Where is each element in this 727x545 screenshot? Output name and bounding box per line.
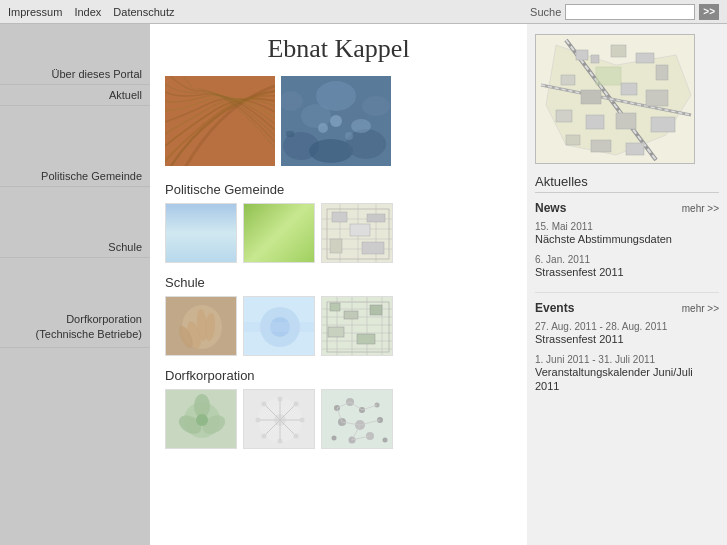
news-item-0: 15. Mai 2011 Nächste Abstimmungsdaten — [535, 221, 719, 246]
search-input[interactable] — [565, 4, 695, 20]
index-link[interactable]: Index — [74, 6, 101, 18]
section-schule: Schule — [165, 275, 512, 356]
section-title-politische-gemeinde: Politische Gemeinde — [165, 182, 512, 197]
svg-rect-55 — [357, 334, 375, 344]
section-dorfkorporation: Dorfkorporation — [165, 368, 512, 449]
svg-rect-52 — [344, 311, 358, 319]
event-text-0[interactable]: Strassenfest 2011 — [535, 332, 719, 346]
svg-rect-110 — [561, 75, 575, 85]
news-text-1[interactable]: Strassenfest 2011 — [535, 265, 719, 279]
svg-point-81 — [294, 434, 299, 439]
impressum-link[interactable]: Impressum — [8, 6, 62, 18]
search-button[interactable]: >> — [699, 4, 719, 20]
svg-rect-114 — [556, 110, 572, 122]
thumb-dorf-1 — [165, 389, 237, 449]
sidebar-item-politische-gemeinde[interactable]: Politische Gemeinde — [0, 166, 150, 187]
svg-rect-38 — [244, 322, 315, 332]
event-item-1: 1. Juni 2011 - 31. Juli 2011 Veranstaltu… — [535, 354, 719, 394]
page-title: Ebnat Kappel — [165, 34, 512, 64]
news-text-0[interactable]: Nächste Abstimmungsdaten — [535, 232, 719, 246]
event-date-1: 1. Juni 2011 - 31. Juli 2011 — [535, 354, 719, 365]
svg-point-9 — [362, 96, 390, 116]
sidebar: Über dieses Portal Aktuell Politische Ge… — [0, 24, 150, 545]
svg-rect-54 — [328, 327, 344, 337]
svg-rect-109 — [656, 65, 668, 80]
news-header: News mehr >> — [535, 201, 719, 215]
map-image — [535, 34, 695, 164]
svg-rect-118 — [566, 135, 580, 145]
section-images-politische-gemeinde — [165, 203, 512, 263]
sidebar-item-aktuell[interactable]: Aktuell — [0, 85, 150, 106]
search-area: Suche >> — [530, 4, 719, 20]
datenschutz-link[interactable]: Datenschutz — [113, 6, 174, 18]
news-events-divider — [535, 292, 719, 293]
section-title-schule: Schule — [165, 275, 512, 290]
news-date-0: 15. Mai 2011 — [535, 221, 719, 232]
svg-point-82 — [294, 402, 299, 407]
sidebar-item-ueber[interactable]: Über dieses Portal — [0, 64, 150, 85]
section-images-dorfkorporation — [165, 389, 512, 449]
event-text-1[interactable]: Veranstaltungskalender Juni/Juli 2011 — [535, 365, 719, 394]
svg-point-64 — [196, 414, 208, 426]
svg-rect-51 — [330, 303, 340, 311]
svg-rect-28 — [362, 242, 384, 254]
thumb-dorf-2 — [243, 389, 315, 449]
events-header: Events mehr >> — [535, 301, 719, 315]
svg-point-8 — [316, 81, 356, 111]
svg-rect-25 — [350, 224, 370, 236]
events-mehr-link[interactable]: mehr >> — [682, 303, 719, 314]
svg-point-95 — [383, 438, 388, 443]
top-bar: Impressum Index Datenschutz Suche >> — [0, 0, 727, 24]
svg-rect-115 — [586, 115, 604, 129]
thumb-pg-3 — [321, 203, 393, 263]
svg-point-11 — [345, 132, 353, 140]
events-section: Events mehr >> 27. Aug. 2011 - 28. Aug. … — [535, 301, 719, 394]
svg-point-14 — [351, 119, 371, 133]
svg-rect-117 — [651, 117, 675, 132]
svg-point-10 — [318, 123, 328, 133]
svg-rect-120 — [626, 143, 644, 155]
thumb-schule-2 — [243, 296, 315, 356]
news-section: News mehr >> 15. Mai 2011 Nächste Abstim… — [535, 201, 719, 280]
svg-rect-53 — [370, 305, 382, 315]
svg-rect-116 — [616, 113, 636, 129]
hero-img-rocks — [281, 76, 391, 166]
svg-point-78 — [256, 418, 261, 423]
news-mehr-link[interactable]: mehr >> — [682, 203, 719, 214]
search-label: Suche — [530, 6, 561, 18]
thumb-pg-1 — [165, 203, 237, 263]
svg-rect-107 — [611, 45, 626, 57]
svg-rect-105 — [576, 50, 588, 60]
svg-rect-26 — [367, 214, 385, 222]
svg-rect-24 — [332, 212, 347, 222]
event-item-0: 27. Aug. 2011 - 28. Aug. 2011 Strassenfe… — [535, 321, 719, 346]
events-label: Events — [535, 301, 574, 315]
news-date-1: 6. Jan. 2011 — [535, 254, 719, 265]
svg-rect-12 — [286, 131, 294, 137]
hero-images — [165, 76, 512, 166]
svg-point-76 — [278, 397, 283, 402]
svg-point-80 — [262, 402, 267, 407]
section-images-schule — [165, 296, 512, 356]
svg-rect-27 — [330, 239, 342, 253]
event-date-0: 27. Aug. 2011 - 28. Aug. 2011 — [535, 321, 719, 332]
right-panel: Aktuelles News mehr >> 15. Mai 2011 Näch… — [527, 24, 727, 545]
thumb-schule-3 — [321, 296, 393, 356]
svg-rect-119 — [591, 140, 611, 152]
aktuelles-title: Aktuelles — [535, 174, 719, 193]
svg-point-77 — [278, 439, 283, 444]
sidebar-item-dorfkorporation[interactable]: Dorfkorporation(Technische Betriebe) — [0, 308, 150, 348]
svg-rect-106 — [591, 55, 599, 63]
main-layout: Über dieses Portal Aktuell Politische Ge… — [0, 24, 727, 545]
svg-point-79 — [300, 418, 305, 423]
svg-point-92 — [332, 436, 337, 441]
thumb-schule-1 — [165, 296, 237, 356]
svg-rect-108 — [636, 53, 654, 63]
svg-rect-112 — [621, 83, 637, 95]
svg-rect-113 — [646, 90, 668, 106]
thumb-pg-2 — [243, 203, 315, 263]
sidebar-item-schule[interactable]: Schule — [0, 237, 150, 258]
section-title-dorfkorporation: Dorfkorporation — [165, 368, 512, 383]
section-politische-gemeinde: Politische Gemeinde — [165, 182, 512, 263]
svg-point-83 — [262, 434, 267, 439]
